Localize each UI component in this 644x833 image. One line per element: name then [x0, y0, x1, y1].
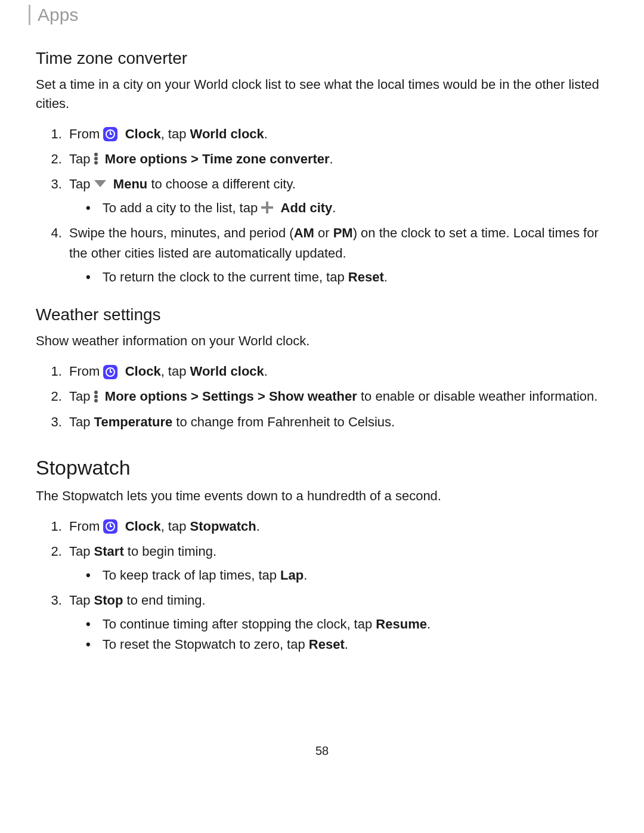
text: Tap [69, 593, 94, 608]
clock-label: Clock [125, 364, 161, 379]
breadcrumb: Apps [38, 5, 78, 24]
text: to change from Fahrenheit to Celsius. [172, 414, 395, 429]
text: to choose a different city. [147, 176, 296, 191]
section-intro-stopwatch: The Stopwatch lets you time events down … [36, 487, 608, 506]
add-city-label: Add city [281, 200, 333, 215]
steps-weather: From Clock, tap World clock. Tap More op… [36, 361, 608, 432]
text: . [330, 151, 333, 166]
section-heading-weather: Weather settings [36, 305, 608, 324]
step-item: From Clock, tap World clock. [66, 361, 608, 382]
text: . [264, 126, 268, 141]
text: To keep track of lap times, tap [103, 568, 280, 583]
clock-icon [103, 365, 117, 379]
text: . [332, 200, 336, 215]
step-item: Tap Temperature to change from Fahrenhei… [66, 412, 608, 432]
step-item: From Clock, tap Stopwatch. [66, 516, 608, 537]
steps-timezone: From Clock, tap World clock. Tap More op… [36, 124, 608, 288]
world-clock-label: World clock [190, 126, 264, 141]
text: . [264, 364, 268, 379]
breadcrumb-container: Apps [29, 5, 608, 25]
bullet-item: To add a city to the list, tap Add city. [86, 198, 608, 218]
text: . [427, 617, 431, 631]
text: , tap [161, 364, 190, 379]
text: . [384, 270, 388, 284]
document-page: Apps Time zone converter Set a time in a… [0, 0, 644, 782]
step-item: Swipe the hours, minutes, and period (AM… [66, 223, 608, 287]
menu-label: Menu [113, 176, 147, 191]
section-intro-weather: Show weather information on your World c… [36, 332, 608, 351]
separator: > [254, 389, 269, 404]
separator: > [187, 389, 202, 404]
more-options-label: More options [105, 151, 187, 166]
lap-label: Lap [280, 568, 304, 583]
step-item: Tap More options > Time zone converter. [66, 149, 608, 169]
pm-label: PM [333, 225, 353, 240]
steps-stopwatch: From Clock, tap Stopwatch. Tap Start to … [36, 516, 608, 655]
bullet-item: To keep track of lap times, tap Lap. [86, 565, 608, 586]
section-heading-timezone: Time zone converter [36, 49, 608, 68]
step-item: Tap More options > Settings > Show weath… [66, 386, 608, 407]
text: To reset the Stopwatch to zero, tap [103, 637, 309, 652]
temperature-label: Temperature [94, 414, 173, 429]
text: Swipe the hours, minutes, and period ( [69, 225, 294, 240]
menu-caret-icon [94, 180, 106, 187]
text: To continue timing after stopping the cl… [103, 617, 376, 631]
settings-label: Settings [202, 389, 254, 404]
text: . [256, 519, 260, 534]
resume-label: Resume [376, 617, 427, 631]
clock-icon [103, 519, 117, 534]
text: Tap [69, 544, 94, 559]
text: to end timing. [123, 593, 205, 608]
text: . [345, 637, 348, 652]
section-intro-timezone: Set a time in a city on your World clock… [36, 75, 608, 113]
text: From [69, 364, 103, 379]
step-item: From Clock, tap World clock. [66, 124, 608, 144]
section-heading-stopwatch: Stopwatch [36, 456, 608, 479]
clock-label: Clock [125, 126, 161, 141]
text: Tap [69, 176, 94, 191]
text: Tap [69, 389, 94, 404]
text: or [314, 225, 333, 240]
bullet-item: To continue timing after stopping the cl… [86, 614, 608, 634]
more-options-icon [94, 391, 98, 402]
text: To add a city to the list, tap [103, 200, 262, 215]
reset-label: Reset [348, 270, 384, 284]
text: to begin timing. [124, 544, 216, 559]
text: Tap [69, 151, 94, 166]
add-icon [261, 202, 273, 213]
text: to enable or disable weather information… [357, 389, 598, 404]
show-weather-label: Show weather [269, 389, 357, 404]
start-label: Start [94, 544, 124, 559]
text: , tap [161, 519, 190, 534]
clock-label: Clock [125, 519, 161, 534]
text: . [304, 568, 307, 583]
stop-label: Stop [94, 593, 123, 608]
world-clock-label: World clock [190, 364, 264, 379]
text: , tap [161, 126, 190, 141]
bullet-item: To return the clock to the current time,… [86, 267, 608, 287]
step-item: Tap Start to begin timing. To keep track… [66, 541, 608, 586]
separator: > [187, 151, 202, 166]
text: Tap [69, 414, 94, 429]
page-number: 58 [36, 744, 608, 758]
step-item: Tap Stop to end timing. To continue timi… [66, 590, 608, 655]
reset-label: Reset [309, 637, 345, 652]
text: To return the clock to the current time,… [103, 270, 348, 284]
text: From [69, 519, 103, 534]
clock-icon [103, 127, 117, 141]
am-label: AM [294, 225, 314, 240]
stopwatch-label: Stopwatch [190, 519, 256, 534]
bullet-item: To reset the Stopwatch to zero, tap Rese… [86, 634, 608, 655]
tz-converter-label: Time zone converter [202, 151, 330, 166]
more-options-icon [94, 153, 98, 165]
step-item: Tap Menu to choose a different city. To … [66, 174, 608, 218]
more-options-label: More options [105, 389, 187, 404]
text: From [69, 126, 103, 141]
